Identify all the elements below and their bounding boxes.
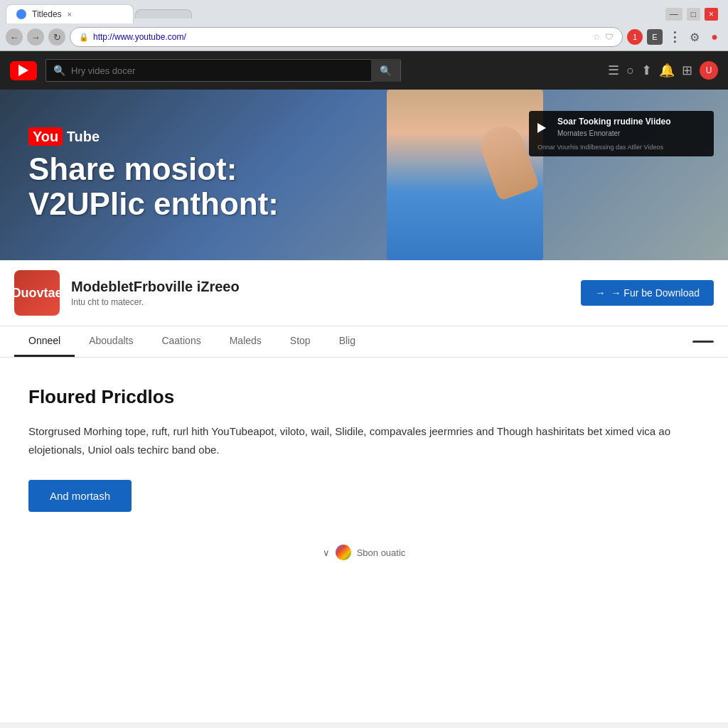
tab-close-button[interactable]: × xyxy=(68,10,72,18)
search-icon: 🔍 xyxy=(53,65,65,76)
subscribe-button[interactable]: → → Fur be Download xyxy=(581,280,714,306)
youtube-search-bar[interactable]: 🔍 🔍 xyxy=(46,59,401,82)
notification-bell-icon[interactable]: 🔔 xyxy=(659,63,675,78)
footer-hint: ∨ Sbon ouatic xyxy=(0,533,728,572)
channel-name: ModebletFrboville iZreeo xyxy=(71,279,569,295)
youtube-search-input[interactable] xyxy=(71,65,365,76)
footer-logo-icon xyxy=(336,545,351,560)
tab-about-label: Aboudalts xyxy=(89,335,133,346)
tab-blog[interactable]: Blig xyxy=(325,326,370,357)
back-button[interactable]: ← xyxy=(6,28,23,46)
tab-channel-label: Onneel xyxy=(28,335,60,346)
browser-nav: ← → ↻ 🔒 http://www.youtube.com/ ☆ 🛡 1 E … xyxy=(0,23,728,50)
extension-icon[interactable]: E xyxy=(647,29,663,45)
notification-icon[interactable]: 1 xyxy=(627,29,643,45)
hero-content: You Tube Share mosiot: V2UPlic enthont: xyxy=(0,107,728,242)
youtube-page: 🔍 🔍 ☰ ○ ⬆ 🔔 ⊞ U You Tube Share mosiot: V… xyxy=(0,51,728,722)
maximize-button[interactable]: □ xyxy=(687,8,700,21)
upload-icon[interactable]: ⬆ xyxy=(641,63,652,78)
youtube-logo-text: You Tube xyxy=(28,129,700,145)
main-content-area: Floured Pricdlos Storgrused Morhing tope… xyxy=(0,358,728,533)
tab-favicon xyxy=(16,9,26,19)
address-text: http://www.youtube.com/ xyxy=(93,32,589,42)
channel-details: ModebletFrboville iZreeo Intu cht to mat… xyxy=(71,279,569,307)
browser-chrome: Titledes × — □ × ← → ↻ 🔒 http://www.yout… xyxy=(0,0,728,51)
tab-media-label: Maleds xyxy=(230,335,262,346)
lock-icon: 🔒 xyxy=(79,33,89,42)
address-bar[interactable]: 🔒 http://www.youtube.com/ ☆ 🛡 xyxy=(70,27,623,47)
active-browser-tab[interactable]: Titledes × xyxy=(6,4,134,23)
chrome-icon[interactable]: ⚙ xyxy=(687,29,702,45)
youtube-logo-box[interactable] xyxy=(10,61,37,80)
tab-captions-label: Caations xyxy=(161,335,200,346)
youtube-play-icon xyxy=(18,65,28,76)
refresh-button[interactable]: ↻ xyxy=(48,28,65,46)
close-button[interactable]: × xyxy=(705,8,718,21)
hero-title: Share mosiot: V2UPlic enthont: xyxy=(28,152,700,221)
tab-stop-label: Stop xyxy=(290,335,311,346)
minimize-button[interactable]: — xyxy=(665,8,682,21)
tab-captions[interactable]: Caations xyxy=(147,326,215,357)
tab-channel[interactable]: Onneel xyxy=(14,326,75,357)
hero-title-line1: Share mosiot: xyxy=(28,152,700,186)
hero-title-line2: V2UPlic enthont: xyxy=(28,187,700,221)
tabs-scrollbar xyxy=(692,341,714,343)
footer-hint-text: Sbon ouatic xyxy=(357,547,406,558)
youtube-top-icons: ☰ ○ ⬆ 🔔 ⊞ U xyxy=(608,61,718,80)
channel-tabs: Onneel Aboudalts Caations Maleds Stop Bl… xyxy=(0,326,728,358)
cta-button[interactable]: And mortash xyxy=(28,480,132,512)
forward-button[interactable]: → xyxy=(27,28,44,46)
menu-icon[interactable]: ☰ xyxy=(608,63,619,78)
window-controls: — □ × xyxy=(665,8,722,21)
chevron-down-icon: ∨ xyxy=(323,547,330,558)
channel-subtitle: Intu cht to matecer. xyxy=(71,297,569,307)
subscribe-label: → Fur be Download xyxy=(611,287,700,299)
hero-banner: You Tube Share mosiot: V2UPlic enthont: … xyxy=(0,90,728,260)
yt-brand-icon: You xyxy=(28,127,63,146)
content-title: Floured Pricdlos xyxy=(28,386,700,408)
scrollbar-indicator xyxy=(692,341,714,343)
profile-avatar-icon[interactable]: U xyxy=(700,61,718,80)
youtube-topbar: 🔍 🔍 ☰ ○ ⬆ 🔔 ⊞ U xyxy=(0,51,728,90)
profile-icon[interactable]: ● xyxy=(707,29,722,45)
tab-title: Titledes xyxy=(32,9,62,19)
tab-media[interactable]: Maleds xyxy=(215,326,276,357)
account-icon[interactable]: ○ xyxy=(626,63,634,78)
channel-logo-text: Duovtae xyxy=(12,286,63,301)
bookmark-icon[interactable]: ☆ xyxy=(593,32,601,42)
menu-icon-browser[interactable]: ⋮ xyxy=(667,29,682,45)
content-description: Storgrused Morhing tope, ruft, rurl hith… xyxy=(28,422,700,459)
yt-brand-text: Tube xyxy=(67,129,100,144)
channel-info-bar: Duovtae ModebletFrboville iZreeo Intu ch… xyxy=(0,260,728,326)
shield-icon: 🛡 xyxy=(605,32,614,42)
tab-about[interactable]: Aboudalts xyxy=(75,326,147,357)
tab-stop[interactable]: Stop xyxy=(276,326,325,357)
subscribe-arrow-icon: → xyxy=(595,287,605,299)
youtube-search-button[interactable]: 🔍 xyxy=(371,59,400,82)
browser-titlebar: Titledes × — □ × xyxy=(0,0,728,23)
tab-blog-label: Blig xyxy=(339,335,355,346)
nav-icons: 1 E ⋮ ⚙ ● xyxy=(627,29,722,45)
inactive-tab[interactable] xyxy=(135,9,192,18)
chrome-apps-icon[interactable]: ⊞ xyxy=(682,63,692,78)
channel-logo: Duovtae xyxy=(14,270,60,316)
